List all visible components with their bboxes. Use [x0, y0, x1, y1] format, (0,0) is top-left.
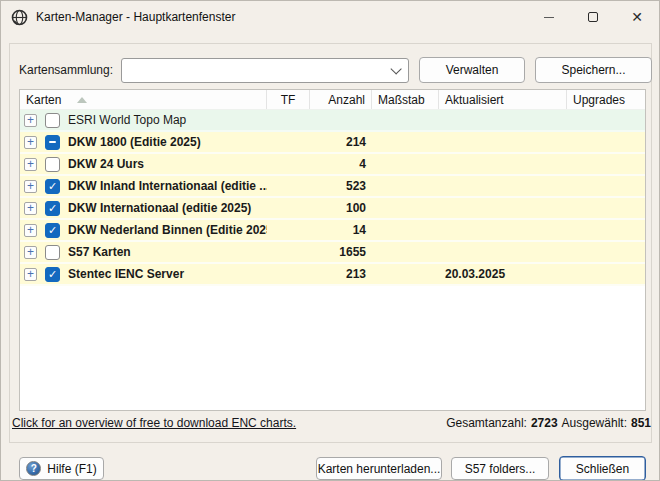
row-label: ESRI World Topo Map [68, 113, 186, 127]
cell-anzahl: 213 [310, 267, 372, 281]
expand-icon[interactable] [24, 202, 37, 215]
close-dialog-button[interactable]: Schließen [559, 456, 646, 481]
cell-anzahl: 1655 [310, 245, 372, 259]
cell-name: Stentec IENC Server [20, 267, 267, 282]
cell-name: DKW 1800 (Editie 2025) [20, 135, 267, 150]
column-header-name[interactable]: Karten [20, 90, 267, 109]
cell-anzahl: 214 [310, 135, 372, 149]
row-label: DKW Internationaal (editie 2025) [68, 201, 251, 215]
selected-label: Ausgewählt: [562, 416, 627, 430]
table-row[interactable]: DKW Inland Internationaal (editie ...523 [20, 176, 645, 198]
help-button[interactable]: ? Hilfe (F1) [19, 457, 104, 480]
column-header-aktualisiert[interactable]: Aktualisiert [439, 90, 567, 109]
row-checkbox[interactable] [45, 135, 60, 150]
minimize-icon [544, 17, 554, 18]
expand-icon[interactable] [24, 268, 37, 281]
table-row[interactable]: DKW 1800 (Editie 2025)214 [20, 132, 645, 154]
row-checkbox[interactable] [45, 179, 60, 194]
chevron-down-icon [390, 63, 401, 74]
help-button-label: Hilfe (F1) [47, 462, 96, 476]
row-label: Stentec IENC Server [68, 267, 184, 281]
expand-icon[interactable] [24, 246, 37, 259]
cell-anzahl: 523 [310, 179, 372, 193]
table-header: KartenTFAnzahlMaßstabAktualisiertUpgrade… [20, 90, 645, 110]
collection-label: Kartensammlung: [19, 63, 113, 77]
row-label: S57 Karten [68, 245, 131, 259]
collection-combobox[interactable] [121, 58, 409, 83]
cell-name: ESRI World Topo Map [20, 113, 267, 128]
cell-name: DKW Internationaal (editie 2025) [20, 201, 267, 216]
table-row[interactable]: DKW Internationaal (editie 2025)100 [20, 198, 645, 220]
titlebar: Karten-Manager - Hauptkartenfenster ✕ [1, 1, 659, 33]
cell-aktualisiert: 20.03.2025 [439, 267, 567, 281]
cell-name: DKW Inland Internationaal (editie ... [20, 179, 267, 194]
table-row[interactable]: DKW 24 Uurs4 [20, 154, 645, 176]
charts-table: KartenTFAnzahlMaßstabAktualisiertUpgrade… [19, 89, 646, 411]
cell-name: DKW Nederland Binnen (Editie 2025) [20, 223, 267, 238]
expand-icon[interactable] [24, 180, 37, 193]
help-icon: ? [26, 461, 41, 476]
close-icon: ✕ [631, 10, 643, 24]
cell-name: DKW 24 Uurs [20, 157, 267, 172]
download-charts-button[interactable]: Karten herunterladen... [316, 457, 442, 480]
column-header-upgrades[interactable]: Upgrades [567, 90, 646, 109]
table-row[interactable]: DKW Nederland Binnen (Editie 2025)14 [20, 220, 645, 242]
totals: Gesamtanzahl: 2723 Ausgewählt: 851 [446, 416, 651, 430]
column-header-massstab[interactable]: Maßstab [372, 90, 439, 109]
close-button[interactable]: ✕ [615, 1, 659, 33]
enc-charts-link[interactable]: Click for an overview of free to downloa… [12, 416, 296, 430]
expand-icon[interactable] [24, 114, 37, 127]
minimize-button[interactable] [527, 1, 571, 33]
table-row[interactable]: Stentec IENC Server21320.03.2025 [20, 264, 645, 286]
manage-button[interactable]: Verwalten [419, 57, 525, 83]
cell-anzahl: 14 [310, 223, 372, 237]
column-header-anzahl[interactable]: Anzahl [310, 90, 372, 109]
window-title: Karten-Manager - Hauptkartenfenster [36, 10, 235, 24]
expand-icon[interactable] [24, 136, 37, 149]
table-body: ESRI World Topo MapDKW 1800 (Editie 2025… [20, 110, 645, 286]
row-label: DKW Inland Internationaal (editie ... [68, 179, 267, 193]
row-label: DKW 24 Uurs [68, 157, 144, 171]
row-checkbox[interactable] [45, 245, 60, 260]
expand-icon[interactable] [24, 158, 37, 171]
table-row[interactable]: ESRI World Topo Map [20, 110, 645, 132]
expand-icon[interactable] [24, 224, 37, 237]
app-globe-icon [11, 9, 28, 26]
cell-name: S57 Karten [20, 245, 267, 260]
row-label: DKW 1800 (Editie 2025) [68, 135, 201, 149]
row-checkbox[interactable] [45, 267, 60, 282]
sort-ascending-icon [77, 97, 87, 103]
row-label: DKW Nederland Binnen (Editie 2025) [68, 223, 267, 237]
maximize-button[interactable] [571, 1, 615, 33]
row-checkbox[interactable] [45, 201, 60, 216]
karten-manager-window: Karten-Manager - Hauptkartenfenster ✕ Ka… [0, 0, 660, 481]
row-checkbox[interactable] [45, 113, 60, 128]
total-value: 2723 [531, 416, 558, 430]
row-checkbox[interactable] [45, 157, 60, 172]
table-row[interactable]: S57 Karten1655 [20, 242, 645, 264]
save-button[interactable]: Speichern... [535, 57, 652, 83]
maximize-icon [588, 12, 598, 22]
s57-folders-button[interactable]: S57 folders... [451, 457, 549, 480]
selected-value: 851 [631, 416, 651, 430]
cell-anzahl: 100 [310, 201, 372, 215]
row-checkbox[interactable] [45, 223, 60, 238]
total-label: Gesamtanzahl: [446, 416, 527, 430]
column-header-tf[interactable]: TF [267, 90, 310, 109]
cell-anzahl: 4 [310, 157, 372, 171]
